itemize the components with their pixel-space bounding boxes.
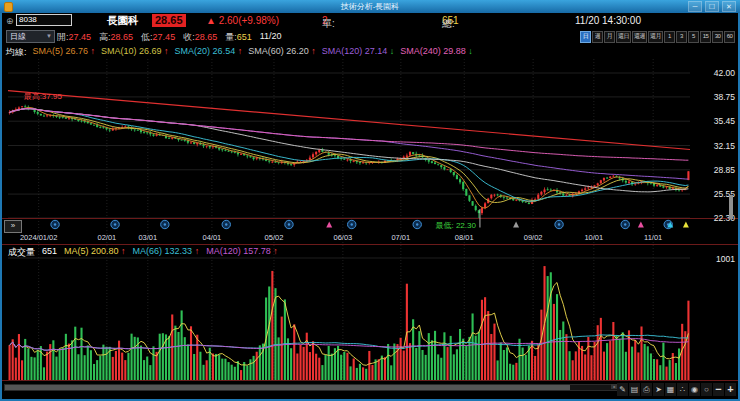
expand-button[interactable]: » [4,220,22,233]
vol-ma-item: MA(66) 132.33 ↑ [133,246,200,259]
trend-arrow-icon: ↑ [192,246,199,256]
marker-yellow-icon [683,222,689,228]
period-dropdown[interactable]: 日線 ▼ [6,30,55,43]
event-markers[interactable] [51,220,689,228]
sma-name-value: SMA(20) 26.54 [175,46,236,56]
zoom-out-icon[interactable]: − [713,383,724,396]
svg-text:38.75: 38.75 [714,92,736,102]
grid-icon[interactable]: ▦ [665,383,676,396]
svg-text:28.85: 28.85 [714,165,736,175]
print-icon[interactable]: ⎙ [641,383,652,396]
stock-code-input[interactable] [16,14,72,26]
svg-text:10/01: 10/01 [584,233,603,242]
period-button-30[interactable]: 30 [712,31,723,43]
ohlc-value: 651 [237,32,252,42]
bottom-toolbar: ✎▤⎙➤▦∴◉○−+ [617,383,736,396]
volume-axis-tick: 1001 [716,254,735,264]
ohlc-readout: 開:27.45高:28.65低:27.45收:28.65量:65111/20 [57,31,282,44]
period-button-60[interactable]: 60 [724,31,735,43]
svg-text:42.00: 42.00 [714,68,736,78]
ohlc-label: 高: [99,32,111,42]
ohlc-field: 開:27.45 [57,31,91,44]
ohlc-label: 開: [57,32,69,42]
quote-datetime: 11/20 14:30:00 [575,15,641,26]
period-button-還週[interactable]: 還週 [632,31,647,43]
svg-text:03/01: 03/01 [138,233,157,242]
svg-text:32.15: 32.15 [714,141,736,151]
period-button-15[interactable]: 15 [700,31,711,43]
svg-text:07/01: 07/01 [391,233,410,242]
pointer-icon[interactable]: ➤ [653,383,664,396]
trend-arrow-icon: ↑ [235,46,242,56]
vol-ma-item: MA(120) 157.78 ↑ [206,246,278,259]
sma-name-value: SMA(10) 26.69 [101,46,162,56]
sma-item: SMA(60) 26.20 ↑ [248,46,316,59]
trend-arrow-icon: ↑ [271,246,278,256]
period-button-日[interactable]: 日 [580,31,591,43]
period-button-還月[interactable]: 還月 [648,31,663,43]
zoom-in-icon[interactable]: + [725,383,736,396]
down-trendline[interactable] [8,91,690,150]
period-button-5[interactable]: 5 [688,31,699,43]
marker-gray-icon [513,222,519,228]
trend-arrow-icon: ↑ [162,46,169,56]
price-change: ▲ 2.60(+9.98%) [206,15,279,26]
ohlc-field: 收:28.65 [183,31,217,44]
horizontal-scrollbar[interactable]: ▸ [4,384,618,391]
trend-arrow-icon: ↑ [309,46,316,56]
period-button-週[interactable]: 週 [592,31,603,43]
vertical-scroll-thumb[interactable] [729,195,733,219]
minimize-button[interactable]: ─ [688,1,702,12]
period-buttons: 日週月還日還週還月135153060 [580,31,735,43]
svg-text:2024/01/02: 2024/01/02 [20,233,58,242]
scrollbar-thumb[interactable] [5,385,570,390]
period-button-月[interactable]: 月 [604,31,615,43]
ohlc-label: 低: [141,32,153,42]
sma-lines [10,108,689,209]
marker-pink-icon [326,222,332,228]
vol-ma-name-value: MA(66) 132.33 [133,246,193,256]
single-volume: 單:2 [322,15,328,26]
circle-icon[interactable]: ○ [701,383,712,396]
volume-bars [9,266,690,380]
ohlc-field: 低:27.45 [141,31,175,44]
sma-item: SMA(5) 26.76 ↑ [33,46,96,59]
vol-ma-name-value: MA(5) 200.80 [64,246,119,256]
price-volume-chart[interactable]: 42.0038.7535.4532.1528.8525.5522.3010012… [2,59,738,381]
trend-arrow-icon: ↓ [466,46,473,56]
svg-text:04/01: 04/01 [203,233,222,242]
date-axis: 2024/01/0202/0103/0104/0105/0206/0307/01… [20,233,662,242]
ohlc-value: 28.65 [111,32,134,42]
vol-ma-name-value: MA(120) 157.78 [206,246,271,256]
period-button-3[interactable]: 3 [676,31,687,43]
total-volume: 總:651 [442,15,459,26]
trend-arrow-icon: ↓ [387,46,394,56]
title-bar: 技術分析-長園科 ─ ☐ ✕ [0,0,740,13]
sma-name-value: SMA(240) 29.88 [400,46,466,56]
svg-text:11/01: 11/01 [644,233,662,242]
marks-icon[interactable]: ∴ [677,383,688,396]
svg-text:06/03: 06/03 [333,233,352,242]
sma-item: SMA(10) 26.69 ↑ [101,46,169,59]
trend-arrow-icon: ↑ [119,246,126,256]
add-symbol-icon[interactable]: ⊕ [6,16,14,26]
lowest-price-label: 最低: 22.30 [435,221,476,230]
volume-legend: 成交量651MA(5) 200.80 ↑MA(66) 132.33 ↑MA(12… [8,246,278,259]
volume-ma-lines [10,283,689,366]
period-button-還日[interactable]: 還日 [616,31,631,43]
draw-icon[interactable]: ✎ [617,383,628,396]
sma-name-value: SMA(120) 27.14 [322,46,388,56]
sma-name-value: SMA(60) 26.20 [248,46,309,56]
highest-price-label: 最高:37.95 [24,92,63,101]
close-button[interactable]: ✕ [722,1,736,12]
save-icon[interactable]: ▤ [629,383,640,396]
period-button-1[interactable]: 1 [664,31,675,43]
ohlc-value: 27.45 [153,32,176,42]
maximize-button[interactable]: ☐ [705,1,719,12]
ohlc-field: 高:28.65 [99,31,133,44]
quote-bar: ⊕ 長園科 28.65 ▲ 2.60(+9.98%) 單:2 總:651 11/… [2,13,738,29]
grid [8,59,690,380]
eye-icon[interactable]: ◉ [689,383,700,396]
volume-value: 651 [42,246,57,259]
ohlc-label: 量: [225,32,237,42]
